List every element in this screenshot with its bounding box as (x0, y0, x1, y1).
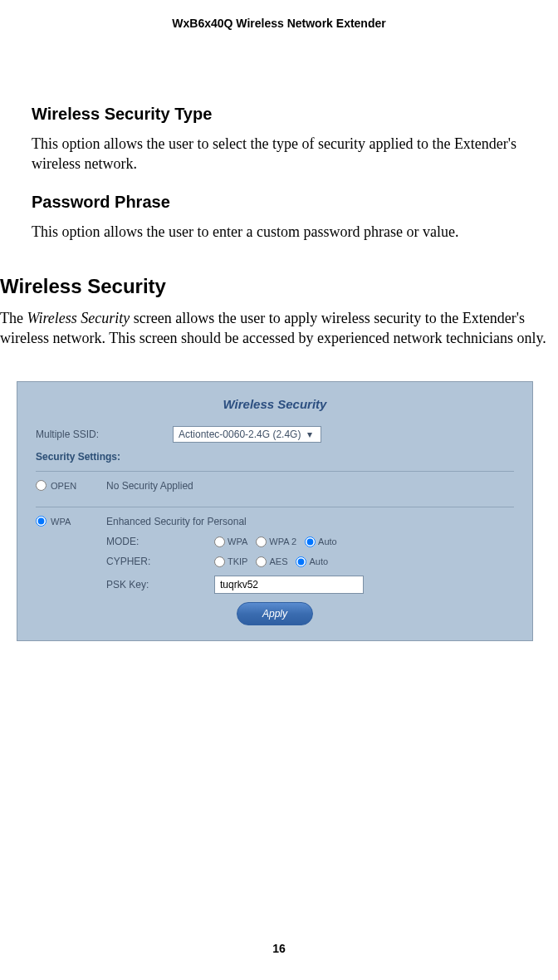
mode-auto-text: Auto (318, 537, 337, 546)
wpa-desc: Enhanced Security for Personal (106, 516, 514, 527)
ssid-dropdown[interactable]: Actiontec-0060-2.4G (2.4G) ▾ (173, 426, 321, 443)
psk-label: PSK Key: (106, 579, 214, 590)
security-settings-row: Security Settings: (36, 451, 514, 463)
wpa-radio-col: WPA (36, 516, 106, 527)
wpa-label: WPA (51, 517, 71, 527)
cypher-tkip-option[interactable]: TKIP (214, 556, 247, 567)
open-label: OPEN (51, 481, 76, 491)
cypher-tkip-radio[interactable] (214, 556, 225, 567)
cypher-aes-text: AES (269, 556, 287, 566)
open-block: OPEN No Security Applied (36, 480, 514, 492)
page-content: Wireless Security Type This option allow… (0, 105, 558, 641)
wireless-security-heading: Wireless Security (0, 275, 550, 298)
cypher-aes-option[interactable]: AES (256, 556, 287, 567)
mode-wpa-text: WPA (228, 537, 247, 546)
mode-wpa2-radio[interactable] (256, 537, 267, 547)
wireless-security-panel: Wireless Security Multiple SSID: Actiont… (17, 381, 533, 641)
mode-wpa2-option[interactable]: WPA 2 (256, 537, 296, 547)
divider (36, 471, 514, 472)
chevron-down-icon: ▾ (304, 429, 316, 440)
security-settings-label: Security Settings: (36, 451, 173, 463)
apply-row: Apply (36, 602, 514, 625)
cypher-auto-option[interactable]: Auto (296, 556, 328, 567)
multiple-ssid-label: Multiple SSID: (36, 429, 173, 440)
mode-wpa-option[interactable]: WPA (214, 537, 247, 547)
security-type-heading: Wireless Security Type (32, 105, 550, 124)
cypher-label: CYPHER: (106, 556, 214, 567)
panel-title: Wireless Security (36, 397, 514, 411)
security-type-body: This option allows the user to select th… (32, 134, 550, 174)
wpa-details: MODE: WPA WPA 2 Auto CYPHER: T (36, 536, 514, 594)
mode-wpa2-text: WPA 2 (269, 537, 296, 546)
divider (36, 507, 514, 507)
open-radio[interactable] (36, 480, 46, 491)
wpa-block: WPA Enhanced Security for Personal (36, 516, 514, 527)
wireless-security-body: The Wireless Security screen allows the … (0, 308, 550, 349)
psk-row: PSK Key: (106, 576, 514, 594)
cypher-auto-radio[interactable] (296, 556, 306, 567)
ws-body-prefix: The (0, 310, 27, 326)
page-header: WxB6x40Q Wireless Network Extender (0, 0, 558, 30)
page-number: 16 (0, 942, 558, 955)
psk-input[interactable] (214, 576, 364, 594)
ssid-row: Multiple SSID: Actiontec-0060-2.4G (2.4G… (36, 426, 514, 443)
cypher-tkip-text: TKIP (228, 556, 247, 566)
mode-wpa-radio[interactable] (214, 537, 225, 547)
cypher-row: CYPHER: TKIP AES Auto (106, 556, 514, 567)
password-phrase-body: This option allows the user to enter a c… (32, 222, 550, 242)
cypher-auto-text: Auto (309, 556, 328, 566)
ws-body-italic: Wireless Security (27, 310, 130, 326)
mode-row: MODE: WPA WPA 2 Auto (106, 536, 514, 547)
cypher-aes-radio[interactable] (256, 556, 267, 567)
mode-auto-radio[interactable] (305, 537, 316, 547)
mode-label: MODE: (106, 536, 214, 547)
ssid-selected: Actiontec-0060-2.4G (2.4G) (179, 429, 301, 440)
open-desc: No Security Applied (106, 480, 514, 492)
header-title: WxB6x40Q Wireless Network Extender (172, 17, 385, 30)
mode-auto-option[interactable]: Auto (305, 537, 337, 547)
open-radio-col: OPEN (36, 480, 106, 491)
wpa-radio[interactable] (36, 516, 46, 527)
apply-button[interactable]: Apply (237, 602, 313, 625)
password-phrase-heading: Password Phrase (32, 193, 550, 212)
